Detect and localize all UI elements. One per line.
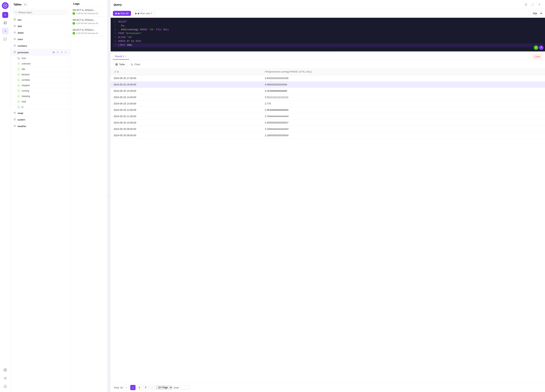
- table-expand-icon[interactable]: ⊞: [52, 37, 55, 41]
- col-copy-icon[interactable]: ⎘: [66, 68, 67, 70]
- tab-table[interactable]: Table: [113, 62, 127, 67]
- table-copy-icon[interactable]: ⎘: [64, 24, 67, 28]
- col-filter-icon[interactable]: ⊟: [63, 84, 65, 87]
- table-expand-icon[interactable]: ⊞: [52, 31, 55, 34]
- log-item-1[interactable]: SELECT ts, AVG(run... 5:00:59 PM Selecte…: [70, 7, 107, 17]
- table-schema-icon[interactable]: ⊟: [56, 124, 59, 128]
- table-import-icon[interactable]: ⬆: [60, 31, 63, 34]
- col-filter-icon[interactable]: ⊟: [63, 63, 65, 65]
- col-filter-icon[interactable]: ⊟: [63, 101, 65, 103]
- table-schema-icon[interactable]: ⊟: [56, 111, 59, 115]
- col-copy-icon[interactable]: ⎘: [66, 63, 67, 65]
- goto-input[interactable]: [180, 386, 189, 390]
- table-row[interactable]: 2024-05-25 17:00:00 3.8333333333333335: [111, 75, 545, 81]
- table-item-swap[interactable]: swap ⊞ ⊟ ⬆ ⎘: [11, 110, 70, 116]
- table-copy-icon[interactable]: ⎘: [64, 124, 67, 128]
- table-item-weather[interactable]: weather ⊞ ⊟ ⬆ ⎘: [11, 123, 70, 129]
- table-import-icon[interactable]: ⬆: [60, 51, 63, 54]
- col-copy-icon[interactable]: ⎘: [66, 106, 67, 108]
- table-schema-icon[interactable]: ⊟: [56, 118, 59, 121]
- table-row[interactable]: 2024-05-25 11:00:00 2.7944444444444443: [111, 113, 545, 120]
- table-row[interactable]: 2024-05-25 16:00:00 4.058333333333334: [111, 81, 545, 88]
- table-expand-icon[interactable]: ⊞: [52, 118, 55, 121]
- result-tab-3[interactable]: Result 3 ✕: [113, 53, 129, 60]
- per-page-select[interactable]: 10 / Page 20 / Page 50 / Page: [156, 385, 173, 390]
- table-item-cpu[interactable]: cpu ⊞ ⊟ ⬆ ⎘: [11, 16, 70, 23]
- table-item-diskio[interactable]: diskio ⊞ ⊟ ⬆ ⎘: [11, 30, 70, 36]
- table-copy-icon[interactable]: ⎘: [64, 31, 67, 34]
- tab-chart[interactable]: Chart: [128, 62, 142, 67]
- table-expand-icon[interactable]: ⊞: [52, 24, 55, 28]
- col-filter-icon[interactable]: ⊟: [63, 79, 65, 81]
- log-item-2[interactable]: SELECT ts, AVG(run... 5:00:49 PM Selecte…: [70, 17, 107, 27]
- table-copy-icon[interactable]: ⎘: [64, 111, 67, 115]
- notifications-nav[interactable]: [2, 383, 9, 390]
- table-import-icon[interactable]: ⬆: [60, 24, 63, 28]
- search-input[interactable]: [18, 11, 66, 14]
- col-header-avg[interactable]: AVG(processes.running) RANGE 1h FILL NUL…: [262, 68, 545, 75]
- col-filter-icon[interactable]: ⊟: [63, 68, 65, 70]
- table-item-system[interactable]: system ⊞ ⊟ ⬆ ⎘: [11, 116, 70, 123]
- col-filter-icon[interactable]: ⊟: [63, 57, 65, 60]
- table-row[interactable]: 2024-05-25 12:00:00 2.9638888888888889: [111, 107, 545, 113]
- close-tab-icon[interactable]: ✕: [125, 55, 127, 58]
- sidebar-item-chat[interactable]: [2, 36, 9, 43]
- table-copy-icon[interactable]: ⎘: [64, 118, 67, 121]
- table-copy-icon[interactable]: ⎘: [64, 37, 67, 41]
- table-copy-icon[interactable]: ⎘: [64, 51, 67, 54]
- table-expand-icon[interactable]: ⊞: [52, 124, 55, 128]
- table-schema-icon[interactable]: ⊟: [56, 18, 59, 21]
- table-import-icon[interactable]: ⬆: [60, 124, 63, 128]
- page-2-button[interactable]: 2: [137, 385, 142, 390]
- run-line-button[interactable]: ▶ ▶ Run Line 7: [132, 11, 155, 16]
- table-expand-icon[interactable]: ⊞: [52, 51, 55, 54]
- panel-drag-handle[interactable]: ⋮⋮⋮: [108, 0, 111, 392]
- table-import-icon[interactable]: ⬆: [60, 118, 63, 121]
- table-row[interactable]: 2024-05-25 09:00:00 3.1694444444444443: [111, 126, 545, 132]
- log-item-3[interactable]: SELECT ts, AVG(run... 5:00:36 PM Selecte…: [70, 27, 107, 37]
- col-filter-icon[interactable]: ⊟: [63, 74, 65, 76]
- table-schema-icon[interactable]: ⊟: [56, 24, 59, 28]
- code-editor[interactable]: 1 SELECT 2 ts, 3 AVG(running) RANGE '1h'…: [111, 18, 545, 51]
- menu-nav[interactable]: [2, 375, 9, 381]
- clear-button[interactable]: Clear: [532, 54, 543, 59]
- run-all-button[interactable]: ▶ ▶ Run All: [113, 11, 131, 16]
- table-import-icon[interactable]: ⬆: [60, 37, 63, 41]
- page-1-button[interactable]: 1: [130, 385, 136, 390]
- page-3-button[interactable]: 3: [143, 385, 148, 390]
- sql-language-select[interactable]: SQL: [530, 11, 543, 16]
- data-table-wrapper[interactable]: 🕐 ts AVG(processes.running) RANGE 1h FIL…: [111, 68, 545, 383]
- table-item-numbers[interactable]: numbers ⊞ ⊟ ⬆ ⎘: [11, 43, 70, 49]
- refresh-button[interactable]: ↻: [23, 2, 27, 7]
- sidebar-item-tables[interactable]: [2, 19, 9, 26]
- col-copy-icon[interactable]: ⎘: [66, 74, 67, 76]
- table-copy-icon[interactable]: ⎘: [64, 18, 67, 21]
- col-filter-icon[interactable]: ⊟: [63, 106, 65, 108]
- close-button[interactable]: [537, 2, 542, 7]
- table-item-disk[interactable]: disk ⊞ ⊟ ⬆ ⎘: [11, 23, 70, 30]
- table-import-icon[interactable]: ⬆: [60, 44, 63, 48]
- expand-button[interactable]: [530, 2, 535, 7]
- table-expand-icon[interactable]: ⊞: [52, 44, 55, 48]
- table-schema-icon[interactable]: ⊟: [56, 37, 59, 41]
- col-filter-icon[interactable]: ⊟: [63, 90, 65, 92]
- editor-resize-handle[interactable]: [111, 51, 545, 53]
- col-copy-icon[interactable]: ⎘: [66, 57, 67, 60]
- table-row[interactable]: 2024-05-25 08:00:00 2.1805555555555554: [111, 132, 545, 139]
- table-expand-icon[interactable]: ⊞: [52, 111, 55, 115]
- table-schema-icon[interactable]: ⊟: [56, 44, 59, 48]
- next-page-button[interactable]: ›: [149, 385, 155, 390]
- col-copy-icon[interactable]: ⎘: [66, 79, 67, 81]
- table-row[interactable]: 2024-05-25 15:00:00 4.263888888888889: [111, 88, 545, 94]
- sidebar-item-query[interactable]: [2, 28, 9, 34]
- col-copy-icon[interactable]: ⎘: [66, 95, 67, 98]
- prev-page-button[interactable]: ‹: [124, 385, 129, 390]
- col-copy-icon[interactable]: ⎘: [66, 84, 67, 87]
- col-filter-icon[interactable]: ⊟: [63, 95, 65, 98]
- table-row[interactable]: 2024-05-25 10:00:00 3.4555555555555557: [111, 120, 545, 126]
- new-query-button[interactable]: +: [2, 12, 8, 18]
- col-copy-icon[interactable]: ⎘: [66, 90, 67, 92]
- table-import-icon[interactable]: ⬆: [60, 111, 63, 115]
- col-header-ts[interactable]: 🕐 ts: [111, 68, 262, 75]
- table-expand-icon[interactable]: ⊞: [52, 18, 55, 21]
